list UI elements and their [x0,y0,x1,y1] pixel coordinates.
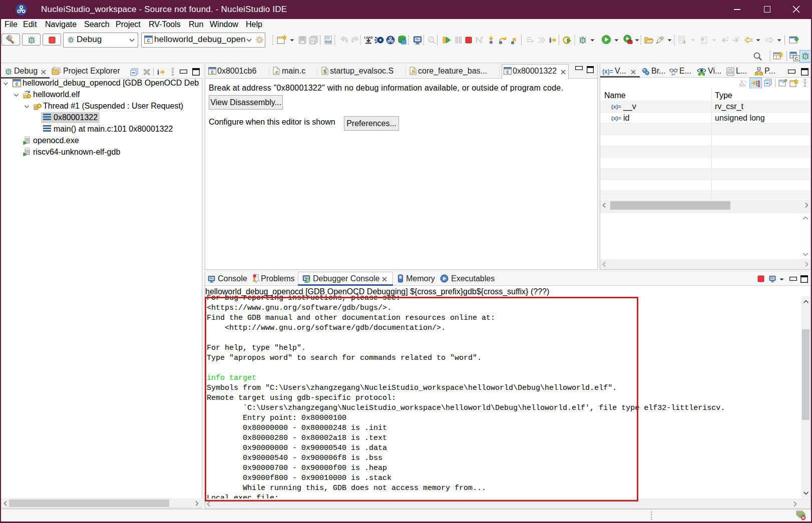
svg-text:010: 010 [325,41,331,44]
svg-text:c: c [211,69,214,75]
svg-text:x=: x= [671,73,675,76]
svg-text:c: c [147,38,150,43]
svg-text:i: i [549,36,551,44]
svg-text:.h: .h [411,69,416,75]
svg-text:LOAD: LOAD [364,36,373,39]
svg-text:i: i [157,69,159,76]
svg-text:S: S [323,69,327,75]
svg-text:C: C [795,56,798,61]
svg-text:c: c [16,81,19,87]
svg-text:c: c [506,69,509,75]
svg-text:.c: .c [274,70,278,75]
